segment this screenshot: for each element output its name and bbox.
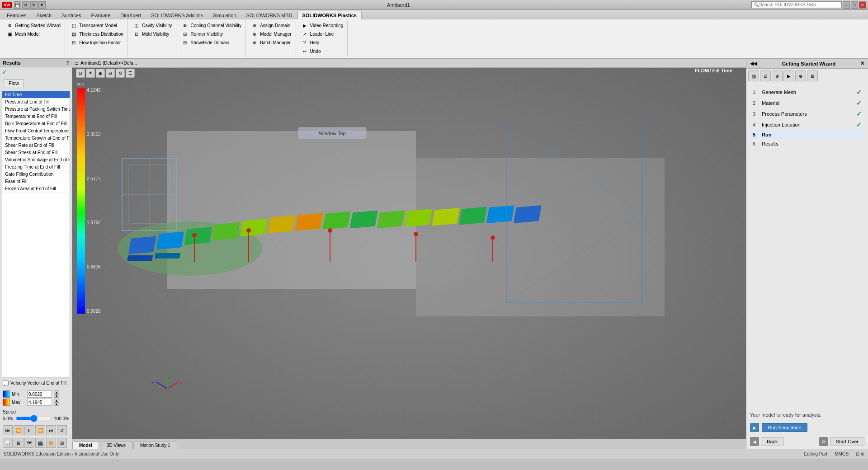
quick-save[interactable]: 💾 bbox=[14, 1, 21, 9]
search-box[interactable]: 🔍 bbox=[751, 1, 842, 8]
wizard-icon-2[interactable]: ⊡ bbox=[760, 70, 771, 81]
wizard-icon-5[interactable]: ⊗ bbox=[795, 70, 806, 81]
flow-button[interactable]: Flow bbox=[4, 79, 24, 87]
speed-slider[interactable] bbox=[16, 415, 52, 422]
svg-rect-1 bbox=[416, 158, 665, 316]
velocity-checkbox[interactable] bbox=[3, 380, 9, 386]
minimize-btn[interactable]: − bbox=[843, 1, 850, 9]
play-rewind[interactable]: ⏪ bbox=[14, 425, 24, 435]
viewport[interactable]: 🗂 Armband1 (Default<<Defa... ⊡ 👁 ▣ ⊟ ⚙ ☰… bbox=[72, 59, 746, 449]
results-title: Results bbox=[3, 60, 21, 66]
play-last[interactable]: ⏭ bbox=[46, 425, 56, 435]
ribbon-item-flow-injection[interactable]: ⊟ Flow Injection Factor bbox=[69, 38, 125, 47]
btm-grid[interactable]: ⊞ bbox=[14, 438, 24, 448]
quick-options[interactable]: ▼ bbox=[38, 1, 46, 9]
result-volumetric[interactable]: Volumetric Shrinkage at End of Fill bbox=[2, 156, 70, 164]
results-help-icon[interactable]: ? bbox=[66, 60, 69, 66]
wizard-icon-row1: ▥ ⊡ ⊕ ▶ ⊗ ⊞ bbox=[748, 70, 818, 81]
tab-motion-study[interactable]: Motion Study 1 bbox=[133, 442, 177, 449]
min-spin-up[interactable]: ▲ bbox=[54, 390, 59, 394]
run-simulation-button[interactable]: Run Simulation bbox=[762, 423, 807, 432]
wizard-icon-6[interactable]: ⊞ bbox=[807, 70, 818, 81]
btm-film[interactable]: 🎬 bbox=[35, 438, 45, 448]
wizard-icon-4[interactable]: ▶ bbox=[783, 70, 794, 81]
tab-features[interactable]: Features bbox=[2, 11, 31, 19]
ribbon-item-thickness[interactable]: ▤ Thickness Distribution bbox=[69, 30, 125, 38]
wizard-collapse-icon[interactable]: ◀◀ bbox=[750, 61, 757, 66]
start-over-button[interactable]: Start Over bbox=[830, 437, 864, 446]
ribbon-item-model-manager[interactable]: ⊕ Model Manager bbox=[250, 30, 292, 38]
ribbon-item-leader[interactable]: ↗ Leader Line bbox=[300, 30, 345, 38]
tab-evaluate[interactable]: Evaluate bbox=[86, 11, 115, 19]
ribbon-item-batch[interactable]: ⊕ Batch Manager bbox=[250, 38, 292, 47]
tab-surfaces[interactable]: Surfaces bbox=[57, 11, 86, 19]
btm-chart[interactable]: 📊 bbox=[3, 438, 13, 448]
ribbon-item-cavity[interactable]: ◫ Cavity Visibility bbox=[132, 21, 174, 29]
ribbon-item-mold[interactable]: ⊡ Mold Visibility bbox=[132, 30, 174, 38]
result-freezing-time[interactable]: Freezing Time at End of Fill bbox=[2, 164, 70, 171]
result-ease-fill[interactable]: Ease of Fill bbox=[2, 178, 70, 185]
tab-plastics[interactable]: SOLIDWORKS Plastics bbox=[297, 11, 362, 19]
btm-palette[interactable]: 🎨 bbox=[46, 438, 56, 448]
result-shear-stress[interactable]: Shear Stress at End of Fill bbox=[2, 149, 70, 156]
wizard-step-3[interactable]: 3 Process Parameters ✓ bbox=[750, 108, 864, 119]
tab-simulation[interactable]: Simulation bbox=[208, 11, 241, 19]
max-input[interactable] bbox=[27, 399, 52, 406]
tab-3d-views[interactable]: 3D Views bbox=[100, 442, 132, 449]
max-spin-up[interactable]: ▲ bbox=[54, 399, 59, 402]
result-pressure-packing[interactable]: Pressure at Packing Switch Time bbox=[2, 106, 70, 113]
svg-rect-11 bbox=[295, 213, 323, 231]
wizard-step-5[interactable]: 5 Run bbox=[750, 130, 864, 139]
wizard-step-2[interactable]: 2 Material ✓ bbox=[750, 98, 864, 108]
wizard-icon-1[interactable]: ▥ bbox=[748, 70, 759, 81]
ribbon-group-cooling: ≋ Cooling Channel Visibility ⊟ Runner Vi… bbox=[177, 20, 246, 57]
result-temperature-end[interactable]: Temperature at End of Fill bbox=[2, 113, 70, 120]
min-input[interactable] bbox=[27, 390, 52, 398]
restore-btn[interactable]: □ bbox=[851, 1, 858, 9]
btm-export[interactable]: ⊞ bbox=[57, 438, 67, 448]
ribbon-item-showhide[interactable]: ⊞ Show/Hide Domain bbox=[180, 38, 243, 47]
btm-map[interactable]: 🗺 bbox=[24, 438, 34, 448]
play-first[interactable]: ⏮ bbox=[3, 425, 13, 435]
tab-mbd[interactable]: SOLIDWORKS MBD bbox=[241, 11, 297, 19]
result-shear-rate[interactable]: Shear Rate at End of Fill bbox=[2, 142, 70, 149]
run-simulation-icon: ▶ bbox=[750, 423, 759, 432]
play-repeat[interactable]: ↺ bbox=[57, 425, 67, 435]
ribbon-item-cooling[interactable]: ≋ Cooling Channel Visibility bbox=[180, 21, 243, 29]
wizard-step-4[interactable]: 4 Injection Location ✓ bbox=[750, 119, 864, 130]
result-pressure-end[interactable]: Pressure at End of Fill bbox=[2, 99, 70, 106]
quick-undo[interactable]: ↺ bbox=[22, 1, 29, 9]
search-input[interactable] bbox=[759, 2, 827, 7]
toolbar-quick[interactable]: 💾 ↺ ↻ ▼ bbox=[14, 1, 46, 9]
ribbon-item-video[interactable]: ▶ Video Recording bbox=[300, 21, 345, 29]
result-flow-front-temp[interactable]: Flow Front Central Temperature bbox=[2, 127, 70, 135]
tab-addins[interactable]: SOLIDWORKS Add-Ins bbox=[146, 11, 208, 19]
result-temp-growth[interactable]: Temperature Growth at End of Fill bbox=[2, 135, 70, 142]
tab-dimxpert[interactable]: DimXpert bbox=[115, 11, 146, 19]
result-gate-filling[interactable]: Gate Filling Contribution bbox=[2, 171, 70, 178]
wizard-icon-3[interactable]: ⊕ bbox=[772, 70, 783, 81]
tab-model[interactable]: Model bbox=[72, 442, 99, 449]
min-row: Min ▲ ▼ bbox=[3, 390, 69, 398]
ribbon-item-help[interactable]: ? Help bbox=[300, 38, 345, 47]
ribbon-item-mesh-model[interactable]: ▣ Mesh Model bbox=[5, 30, 62, 38]
ribbon-item-runner[interactable]: ⊟ Runner Visibility bbox=[180, 30, 243, 38]
result-bulk-temp[interactable]: Bulk Temperature at End of Fill bbox=[2, 120, 70, 127]
play-pause[interactable]: ⏸ bbox=[24, 425, 34, 435]
ribbon-item-wizard[interactable]: ⚙ Getting Started Wizard bbox=[5, 21, 62, 29]
wizard-step-6[interactable]: 6 Results bbox=[750, 139, 864, 148]
wizard-close-icon[interactable]: ✕ bbox=[860, 61, 864, 66]
tab-sketch[interactable]: Sketch bbox=[31, 11, 57, 19]
ribbon-item-transparent[interactable]: ◫ Transparent Model bbox=[69, 21, 125, 29]
ribbon-item-assign[interactable]: ⊕ Assign Domain bbox=[250, 21, 292, 29]
max-spin-down[interactable]: ▼ bbox=[54, 402, 59, 406]
play-forward[interactable]: ⏩ bbox=[35, 425, 45, 435]
result-fill-time[interactable]: Fill Time bbox=[2, 91, 70, 99]
min-spin-down[interactable]: ▼ bbox=[54, 394, 59, 398]
ribbon-item-undo[interactable]: ↩ Undo bbox=[300, 47, 345, 55]
wizard-step-1[interactable]: 1 Generate Mesh ✓ bbox=[750, 87, 864, 98]
close-btn[interactable]: ✕ bbox=[859, 1, 866, 9]
result-frozen-area[interactable]: Frozen Area at End of Fill bbox=[2, 185, 70, 193]
back-button[interactable]: Back bbox=[761, 437, 783, 446]
quick-redo[interactable]: ↻ bbox=[30, 1, 38, 9]
